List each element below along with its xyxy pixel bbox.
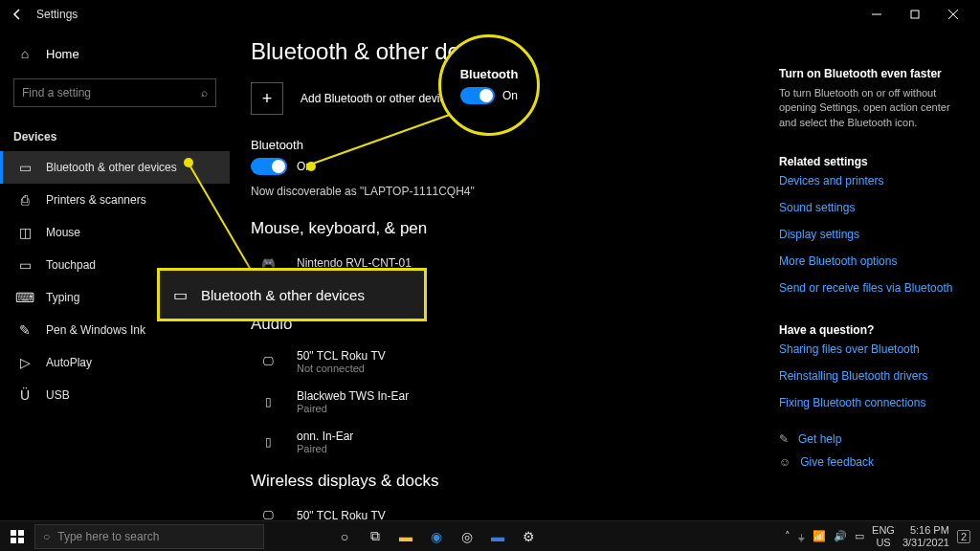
tray-battery-icon[interactable]: ▭ xyxy=(855,530,864,542)
feedback-label: Give feedback xyxy=(800,455,874,469)
search-icon: ⌕ xyxy=(201,86,208,99)
app-icon[interactable]: ▬ xyxy=(484,524,511,549)
sidebar-item-label: Printers & scanners xyxy=(46,193,146,207)
link-reinstall[interactable]: Reinstalling Bluetooth drivers xyxy=(779,369,963,383)
minimize-button[interactable] xyxy=(858,1,896,28)
annotation-callout-box: ▭ Bluetooth & other devices xyxy=(157,268,427,321)
link-more-bluetooth[interactable]: More Bluetooth options xyxy=(779,254,963,268)
maximize-button[interactable] xyxy=(896,1,934,28)
tray-clock[interactable]: 5:16 PM 3/31/2021 xyxy=(902,524,949,547)
chrome-icon[interactable]: ◎ xyxy=(454,524,480,549)
section-mouse: Mouse, keyboard, & pen xyxy=(251,219,760,238)
feedback-link[interactable]: ☺ Give feedback xyxy=(779,455,963,469)
callout-box-label: Bluetooth & other devices xyxy=(201,287,365,303)
edge-icon[interactable]: ◉ xyxy=(423,524,450,549)
right-body: To turn Bluetooth on or off without open… xyxy=(779,86,963,130)
sidebar-item-bluetooth[interactable]: ▭ Bluetooth & other devices xyxy=(0,151,230,184)
close-button[interactable] xyxy=(934,1,972,28)
sidebar-section: Devices xyxy=(0,117,230,151)
device-name: onn. In-Ear xyxy=(297,430,353,443)
taskbar: ○ Type here to search ○ ⧉ ▬ ◉ ◎ ▬ ⚙ ˄ ⏚ … xyxy=(0,520,980,551)
back-button[interactable] xyxy=(8,5,27,24)
phone-icon: ▯ xyxy=(255,432,281,452)
tray-network-icon[interactable]: ⏚ xyxy=(798,531,805,542)
device-name: Blackweb TWS In-Ear xyxy=(297,389,409,403)
device-name: 50" TCL Roku TV xyxy=(297,509,386,520)
tray-wifi-icon[interactable]: 📶 xyxy=(813,530,826,542)
sidebar-item-label: AutoPlay xyxy=(46,356,92,369)
device-row[interactable]: 🖵 50" TCL Roku TV xyxy=(251,498,760,520)
pen-icon: ✎ xyxy=(17,322,33,338)
start-button[interactable] xyxy=(0,521,34,552)
taskbar-search[interactable]: ○ Type here to search xyxy=(34,524,264,549)
sidebar-item-label: Pen & Windows Ink xyxy=(46,323,145,337)
device-status: Not connected xyxy=(297,363,386,374)
device-status: Paired xyxy=(297,403,409,414)
bluetooth-label: Bluetooth xyxy=(251,138,760,152)
link-send-receive[interactable]: Send or receive files via Bluetooth xyxy=(779,281,963,295)
help-icon: ✎ xyxy=(779,432,789,446)
settings-taskbar-icon[interactable]: ⚙ xyxy=(515,524,542,549)
device-name: 50" TCL Roku TV xyxy=(297,349,386,363)
explorer-icon[interactable]: ▬ xyxy=(392,524,419,549)
callout-circle-label: Bluetooth xyxy=(460,67,519,81)
device-row[interactable]: 🖵 50" TCL Roku TV Not connected xyxy=(251,342,760,382)
touchpad-icon: ▭ xyxy=(17,257,33,273)
svg-rect-4 xyxy=(11,530,16,536)
tray-volume-icon[interactable]: 🔊 xyxy=(834,530,847,542)
search-placeholder: Find a setting xyxy=(22,86,91,99)
annotation-dot xyxy=(184,158,193,167)
device-row[interactable]: ▯ onn. In-Ear Paired xyxy=(251,422,760,462)
sidebar-item-usb[interactable]: Ü USB xyxy=(0,379,230,411)
printer-icon: ⎙ xyxy=(17,192,33,208)
sidebar-item-printers[interactable]: ⎙ Printers & scanners xyxy=(0,184,230,216)
monitor-icon: 🖵 xyxy=(255,352,281,371)
annotation-dot xyxy=(306,162,316,171)
titlebar: Settings xyxy=(0,0,980,29)
monitor-icon: 🖵 xyxy=(255,506,281,520)
question-heading: Have a question? xyxy=(779,323,963,337)
sidebar-item-mouse[interactable]: ◫ Mouse xyxy=(0,216,230,249)
devices-icon: ▭ xyxy=(17,160,33,175)
usb-icon: Ü xyxy=(17,387,33,403)
mouse-icon: ◫ xyxy=(17,225,33,240)
svg-rect-7 xyxy=(18,538,24,543)
tray-chevron-icon[interactable]: ˄ xyxy=(785,530,791,542)
bluetooth-toggle[interactable] xyxy=(251,158,287,175)
add-device-button[interactable]: + xyxy=(251,82,283,115)
right-column: Turn on Bluetooth even faster To turn Bl… xyxy=(779,38,980,520)
svg-rect-5 xyxy=(18,530,24,536)
autoplay-icon: ▷ xyxy=(17,355,33,370)
link-fixing[interactable]: Fixing Bluetooth connections xyxy=(779,396,963,409)
section-wireless: Wireless displays & docks xyxy=(251,472,760,491)
link-display-settings[interactable]: Display settings xyxy=(779,228,963,241)
search-icon: ○ xyxy=(43,530,50,543)
sidebar-item-label: Mouse xyxy=(46,226,80,239)
window-title: Settings xyxy=(36,8,78,21)
home-nav[interactable]: ⌂ Home xyxy=(0,38,230,69)
notification-icon[interactable]: 2 xyxy=(957,530,970,543)
link-sharing[interactable]: Sharing files over Bluetooth xyxy=(779,342,963,356)
link-devices-printers[interactable]: Devices and printers xyxy=(779,174,963,187)
task-view-icon[interactable]: ⧉ xyxy=(362,524,389,549)
svg-rect-1 xyxy=(911,11,919,18)
sidebar-item-label: Bluetooth & other devices xyxy=(46,161,177,174)
annotation-callout-circle: Bluetooth On xyxy=(438,34,540,136)
devices-icon: ▭ xyxy=(173,286,188,304)
sidebar-item-autoplay[interactable]: ▷ AutoPlay xyxy=(0,346,230,379)
callout-toggle xyxy=(460,87,495,104)
sidebar-item-label: Typing xyxy=(46,291,79,304)
get-help-link[interactable]: ✎ Get help xyxy=(779,432,963,446)
discoverable-text: Now discoverable as "LAPTOP-1111CQH4" xyxy=(251,185,760,198)
home-label: Home xyxy=(46,47,79,61)
tray-language[interactable]: ENG US xyxy=(872,524,895,547)
cortana-icon[interactable]: ○ xyxy=(331,524,358,549)
callout-state: On xyxy=(502,89,518,102)
right-heading: Turn on Bluetooth even faster xyxy=(779,67,963,80)
link-sound-settings[interactable]: Sound settings xyxy=(779,201,963,214)
sidebar-item-label: Touchpad xyxy=(46,258,96,272)
settings-search[interactable]: Find a setting ⌕ xyxy=(13,78,216,107)
add-device-label: Add Bluetooth or other device xyxy=(301,92,452,105)
device-row[interactable]: ▯ Blackweb TWS In-Ear Paired xyxy=(251,382,760,422)
device-status: Paired xyxy=(297,443,353,454)
